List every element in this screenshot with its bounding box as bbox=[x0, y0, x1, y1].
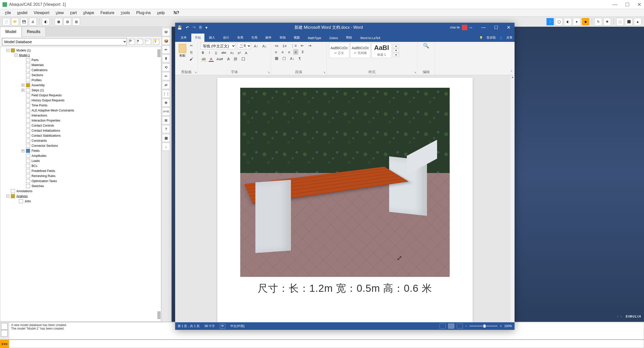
styles-more-icon[interactable]: ▾ bbox=[393, 53, 399, 57]
cut-icon[interactable]: ✂ bbox=[188, 43, 195, 48]
text-effects-icon[interactable]: A bbox=[244, 50, 249, 55]
message-icon[interactable] bbox=[1, 323, 8, 330]
tree-jobs[interactable]: Jobs bbox=[24, 199, 31, 203]
save-icon[interactable]: 💾 bbox=[20, 18, 28, 25]
partition-tool-icon[interactable]: ⊞ bbox=[162, 116, 170, 124]
superscript-icon[interactable]: x² bbox=[236, 50, 242, 55]
menu-part[interactable]: Part bbox=[70, 11, 77, 15]
query-tool-icon[interactable]: ? bbox=[162, 125, 170, 133]
line-spacing-icon[interactable]: ⇕ bbox=[300, 49, 306, 55]
tree-bcs[interactable]: BCs bbox=[32, 164, 37, 168]
menu-plugins[interactable]: Plug-ins bbox=[136, 11, 151, 15]
tree-materials[interactable]: Materials bbox=[32, 63, 44, 67]
bold-button[interactable]: B bbox=[200, 50, 205, 55]
indent-inc-icon[interactable]: ⇥ bbox=[307, 43, 313, 48]
tree-calibrations[interactable]: Calibrations bbox=[32, 68, 47, 72]
qat-undo-icon[interactable]: ↶ bbox=[186, 25, 189, 30]
share-icon[interactable]: 👤 bbox=[499, 36, 503, 40]
font-launcher-icon[interactable]: ↘ bbox=[267, 71, 270, 74]
font-size-select[interactable]: 二号 bbox=[237, 43, 251, 49]
tree-history-output[interactable]: History Output Requests bbox=[32, 99, 65, 102]
open-icon[interactable]: 📂 bbox=[11, 18, 19, 25]
style-no-spacing[interactable]: AaBbCcDc ↵ 无间隔 bbox=[350, 43, 370, 58]
sort-icon[interactable]: A↓ bbox=[289, 55, 296, 61]
tree-remeshing[interactable]: Remeshing Rules bbox=[32, 174, 56, 178]
tab-references[interactable]: 引用 bbox=[248, 34, 261, 42]
model-db-select[interactable]: Model Database bbox=[2, 38, 127, 45]
subscript-icon[interactable]: x₂ bbox=[229, 50, 235, 55]
tree-assembly[interactable]: Assembly bbox=[32, 83, 45, 87]
tree-contact-controls[interactable]: Contact Controls bbox=[32, 124, 54, 127]
qat-copy-icon[interactable]: ⎘ bbox=[199, 25, 202, 30]
menu-model[interactable]: Model bbox=[17, 11, 27, 15]
tab-review[interactable]: 审阅 bbox=[276, 34, 289, 42]
tell-me-icon[interactable]: 💡 bbox=[479, 36, 483, 40]
menu-tools[interactable]: Tools bbox=[121, 11, 130, 15]
document-area[interactable]: ⤢ 尺寸：长：1.2m 宽：0.5m 高：0.6 米 ▴ bbox=[175, 75, 515, 322]
tab-insert[interactable]: 插入 bbox=[205, 34, 219, 42]
cli-input[interactable] bbox=[9, 340, 644, 348]
tree-loads[interactable]: Loads bbox=[32, 159, 40, 163]
tree-amplitudes[interactable]: Amplitudes bbox=[32, 154, 46, 158]
font-color-icon[interactable]: A bbox=[209, 56, 214, 62]
qat-save-icon[interactable]: 💾 bbox=[177, 25, 182, 30]
tab-design[interactable]: 设计 bbox=[220, 34, 233, 42]
copy-icon[interactable]: ⎘ bbox=[188, 49, 195, 55]
tree-analysis[interactable]: Analysis bbox=[16, 194, 28, 198]
mirror-tool-icon[interactable]: ⇄ bbox=[162, 81, 170, 89]
pattern-tool-icon[interactable]: ⋮⋮ bbox=[162, 90, 170, 98]
tree-profiles[interactable]: Profiles bbox=[32, 78, 42, 82]
view-read-icon[interactable] bbox=[440, 324, 446, 329]
tree-steps[interactable]: Steps (1) bbox=[32, 89, 44, 92]
share-label[interactable]: 共享 bbox=[506, 36, 513, 40]
model-tree[interactable]: −Models (1) −Model-1 Parts Materials Cal… bbox=[0, 47, 161, 322]
tree-contact-init[interactable]: Contact Initializations bbox=[32, 129, 60, 132]
align-right-icon[interactable]: ≡ bbox=[287, 49, 292, 55]
zoom-level[interactable]: 100% bbox=[504, 324, 512, 328]
menu-shape[interactable]: Shape bbox=[83, 11, 94, 15]
dimensions-text[interactable]: 尺寸：长：1.2m 宽：0.5m 高：0.6 米 bbox=[258, 281, 432, 295]
style-normal[interactable]: AaBbCcDc ↵ 正文 bbox=[329, 43, 349, 58]
render4-icon[interactable]: ◆ bbox=[582, 18, 589, 25]
tree-contact-stab[interactable]: Contact Stabilizations bbox=[32, 134, 61, 137]
align-justify-icon[interactable]: ≡ bbox=[293, 49, 298, 55]
borders-icon[interactable]: ▢ bbox=[281, 55, 287, 61]
view-web-icon[interactable] bbox=[457, 324, 463, 329]
find-icon[interactable]: 🔍 bbox=[420, 43, 432, 48]
extrude-tool-icon[interactable]: ⬆ bbox=[162, 54, 170, 63]
tree-connector-sections[interactable]: Connector Sections bbox=[32, 144, 58, 148]
sketch-tool-icon[interactable]: ✏ bbox=[162, 46, 170, 54]
cube-icon[interactable]: ◧ bbox=[42, 18, 49, 25]
render1-icon[interactable]: ◯ bbox=[555, 18, 563, 25]
tree-scrollbar-bottom[interactable] bbox=[157, 311, 160, 319]
status-lang[interactable]: 中文(中国) bbox=[230, 324, 245, 328]
bullets-icon[interactable]: •≡ bbox=[274, 43, 280, 48]
view-print-icon[interactable] bbox=[448, 324, 454, 329]
menu-feature[interactable]: Feature bbox=[100, 11, 114, 15]
multilevel-icon[interactable]: ⋮≡ bbox=[289, 43, 298, 48]
tree-opts-icon[interactable]: ⋯ bbox=[145, 39, 151, 45]
menu-file[interactable]: FFileile bbox=[5, 11, 11, 15]
grow-font-icon[interactable]: A↑ bbox=[253, 43, 260, 49]
tree-models-root[interactable]: Models (1) bbox=[16, 49, 31, 52]
tab-view[interactable]: 视图 bbox=[290, 34, 303, 42]
tab-mailings[interactable]: 邮件 bbox=[262, 34, 275, 42]
grid1-icon[interactable]: ▦ bbox=[55, 18, 62, 25]
context-help-icon[interactable]: ℕ? bbox=[174, 10, 179, 15]
zoom-slider[interactable] bbox=[470, 326, 497, 327]
tab-file[interactable]: 文件 bbox=[177, 34, 190, 42]
ribbon-collapse-icon[interactable]: ⌃ bbox=[510, 70, 513, 74]
load-tool-icon[interactable]: ↓ bbox=[162, 143, 170, 151]
cut-tool-icon[interactable]: ✂ bbox=[162, 72, 170, 80]
tree-annotations[interactable]: Annotations bbox=[16, 189, 32, 193]
bulb-icon[interactable]: 💡 bbox=[153, 39, 159, 45]
tree-sketches[interactable]: Sketches bbox=[32, 184, 44, 188]
datum-tool-icon[interactable]: ⊕ bbox=[162, 99, 170, 107]
scroll-up-icon[interactable]: ▴ bbox=[510, 75, 515, 80]
vertical-scrollbar[interactable]: ▴ bbox=[510, 75, 515, 322]
maximize-icon[interactable]: ☐ bbox=[625, 2, 630, 8]
filter-icon[interactable]: ▾ bbox=[137, 39, 143, 45]
message-icon-2[interactable] bbox=[1, 330, 8, 337]
italic-button[interactable]: I bbox=[207, 50, 212, 55]
qat-customize-icon[interactable]: ▾ bbox=[205, 25, 207, 30]
